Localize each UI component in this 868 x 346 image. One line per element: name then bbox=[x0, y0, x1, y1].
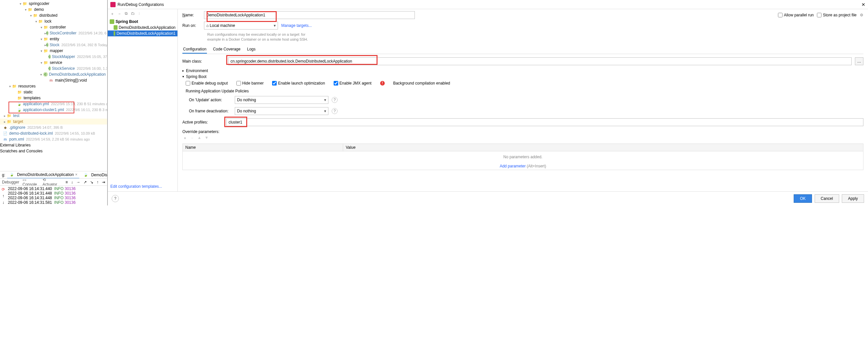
springboot-section[interactable]: ▾Spring Boot bbox=[182, 75, 863, 79]
cancel-button[interactable]: Cancel bbox=[815, 194, 839, 203]
main-class-input[interactable] bbox=[228, 57, 851, 65]
run-on-select[interactable]: ⌂ Local machine▾ bbox=[204, 22, 278, 29]
remove-icon[interactable]: － bbox=[190, 135, 194, 141]
apply-button[interactable]: Apply bbox=[842, 194, 864, 203]
chevron-down-icon[interactable]: ▾ bbox=[39, 49, 43, 53]
tree-label[interactable]: Stock bbox=[50, 42, 60, 47]
leaf-icon: 🍃 bbox=[17, 101, 22, 107]
chevron-down-icon[interactable]: ▾ bbox=[29, 14, 33, 17]
tree-label[interactable]: demo bbox=[34, 7, 44, 12]
close-icon[interactable]: ✕ bbox=[862, 2, 865, 7]
config-tree[interactable]: Spring Boot DemoDistributedLockApplicati… bbox=[108, 19, 178, 181]
copy-icon[interactable]: ⧉ bbox=[125, 11, 128, 17]
help-icon[interactable]: ? bbox=[332, 97, 338, 103]
tree-label[interactable]: main(String[]):void bbox=[55, 78, 87, 83]
tab-logs[interactable]: Logs bbox=[246, 46, 256, 54]
browse-button[interactable]: … bbox=[855, 57, 863, 65]
add-icon[interactable]: ＋ bbox=[183, 135, 187, 141]
restart-icon[interactable]: ⟳ bbox=[2, 187, 5, 192]
help-icon[interactable]: ? bbox=[332, 108, 338, 114]
sort-icon[interactable]: ↕ bbox=[138, 11, 140, 17]
toolbar-icon[interactable]: ↘ bbox=[90, 180, 93, 184]
tree-label[interactable]: StockMapper bbox=[52, 54, 75, 59]
chevron-down-icon[interactable]: ▾ bbox=[39, 61, 43, 64]
tab-coverage[interactable]: Code Coverage bbox=[212, 46, 241, 54]
allow-parallel-checkbox[interactable]: Allow parallel run bbox=[778, 13, 814, 17]
tree-label[interactable]: static bbox=[24, 90, 33, 94]
chevron-down-icon[interactable]: ▾ bbox=[39, 37, 43, 41]
chevron-down-icon[interactable]: ▾ bbox=[24, 8, 28, 11]
add-icon[interactable]: ＋ bbox=[110, 11, 114, 17]
tree-label[interactable]: Scratches and Consoles bbox=[0, 149, 42, 153]
tree-label[interactable]: application.yml bbox=[23, 102, 49, 106]
tree-meta: 2022/9/6 14:55, 10.09 kB bbox=[55, 132, 95, 135]
maven-icon: m bbox=[3, 137, 8, 142]
toolbar-icon[interactable]: ↗ bbox=[84, 180, 87, 184]
tree-label[interactable]: distributed bbox=[39, 13, 57, 18]
tab-configuration[interactable]: Configuration bbox=[182, 46, 207, 54]
tree-label[interactable]: application-cluster1.yml bbox=[23, 108, 64, 112]
down-icon[interactable]: ▼ bbox=[205, 135, 209, 141]
ok-button[interactable]: OK bbox=[794, 194, 812, 203]
edit-templates-link[interactable]: Edit configuration templates... bbox=[108, 181, 178, 191]
add-parameter-link[interactable]: Add parameter bbox=[500, 164, 526, 168]
config-item-selected[interactable]: DemoDistributedLockApplication1 bbox=[108, 30, 178, 36]
enable-debug-checkbox[interactable]: Enable debug output bbox=[186, 81, 228, 86]
chevron-down-icon[interactable]: ▾ bbox=[34, 20, 38, 23]
chevron-down-icon[interactable]: ▾ bbox=[39, 26, 43, 29]
project-tree[interactable]: ▾📁springcoder ▾📁demo ▾📁distributed ▾📁loc… bbox=[0, 0, 107, 171]
tree-label[interactable]: test bbox=[13, 113, 19, 118]
chevron-down-icon[interactable]: ▾ bbox=[39, 73, 43, 76]
file-icon: ◆ bbox=[3, 125, 8, 130]
enable-jmx-checkbox[interactable]: Enable JMX agent bbox=[334, 81, 372, 86]
tree-label[interactable]: demo-distributed-lock.iml bbox=[9, 131, 53, 136]
hide-banner-checkbox[interactable]: Hide banner bbox=[237, 81, 264, 86]
gear-icon[interactable]: ⚙ bbox=[860, 13, 863, 17]
environment-section[interactable]: ▸Environment bbox=[182, 68, 863, 73]
tree-label[interactable]: templates bbox=[24, 96, 40, 100]
config-group[interactable]: Spring Boot bbox=[108, 19, 178, 25]
run-tab[interactable]: 🍃DemoDistrib bbox=[81, 172, 107, 178]
tree-label[interactable]: resources bbox=[18, 84, 36, 88]
tree-label[interactable]: entity bbox=[50, 37, 59, 41]
tree-label[interactable]: target bbox=[13, 119, 23, 124]
tree-label[interactable]: DemoDistributedLockApplication bbox=[49, 72, 106, 77]
tree-label[interactable]: springcoder bbox=[29, 1, 50, 6]
config-item[interactable]: DemoDistributedLockApplication bbox=[108, 25, 178, 30]
close-icon[interactable]: × bbox=[75, 172, 77, 177]
down-icon[interactable]: ↓ bbox=[2, 200, 4, 205]
chevron-right-icon[interactable]: ▸ bbox=[3, 114, 6, 118]
tree-label[interactable]: service bbox=[50, 60, 62, 65]
leaf-icon bbox=[114, 25, 118, 30]
manage-targets-link[interactable]: Manage targets... bbox=[281, 23, 312, 28]
tree-label[interactable]: mapper bbox=[50, 49, 63, 53]
active-profiles-input[interactable] bbox=[226, 118, 863, 126]
chevron-down-icon[interactable]: ▾ bbox=[8, 85, 12, 88]
tree-label[interactable]: External Libraries bbox=[0, 143, 30, 147]
toolbar-icon[interactable]: ≡ bbox=[65, 180, 68, 184]
folder-icon[interactable]: 🗀 bbox=[131, 11, 135, 17]
chevron-down-icon[interactable]: ▾ bbox=[18, 2, 22, 6]
console-output[interactable]: 2022-09-06 16:14:31.440 INFO 30136 2022-… bbox=[6, 185, 107, 205]
help-icon[interactable]: ? bbox=[112, 195, 119, 202]
toolbar-icon[interactable]: ↓ bbox=[71, 180, 73, 184]
up-icon[interactable]: ▲ bbox=[197, 135, 202, 141]
up-icon[interactable]: ↑ bbox=[2, 194, 4, 198]
tree-label[interactable]: StockController bbox=[50, 31, 76, 35]
toolbar-icon[interactable]: ↑ bbox=[97, 180, 98, 184]
enable-launch-checkbox[interactable]: Enable launch optimization bbox=[272, 81, 325, 86]
name-input[interactable] bbox=[204, 11, 415, 19]
store-project-checkbox[interactable]: Store as project file bbox=[817, 13, 857, 17]
debugger-tab[interactable]: Debugger bbox=[2, 180, 19, 184]
toolbar-icon[interactable]: ⇥ bbox=[102, 180, 105, 184]
toolbar-icon[interactable]: → bbox=[76, 180, 80, 184]
tree-label[interactable]: .gitignore bbox=[9, 125, 25, 130]
chevron-right-icon[interactable]: ▸ bbox=[3, 120, 6, 123]
tree-label[interactable]: controller bbox=[50, 25, 66, 29]
tree-label[interactable]: lock bbox=[44, 19, 52, 24]
on-frame-select[interactable]: Do nothing▾ bbox=[235, 107, 329, 115]
remove-icon[interactable]: － bbox=[118, 11, 122, 17]
tree-label[interactable]: pom.xml bbox=[9, 137, 24, 142]
on-update-select[interactable]: Do nothing▾ bbox=[235, 96, 329, 104]
tree-label[interactable]: StockService bbox=[52, 66, 75, 71]
